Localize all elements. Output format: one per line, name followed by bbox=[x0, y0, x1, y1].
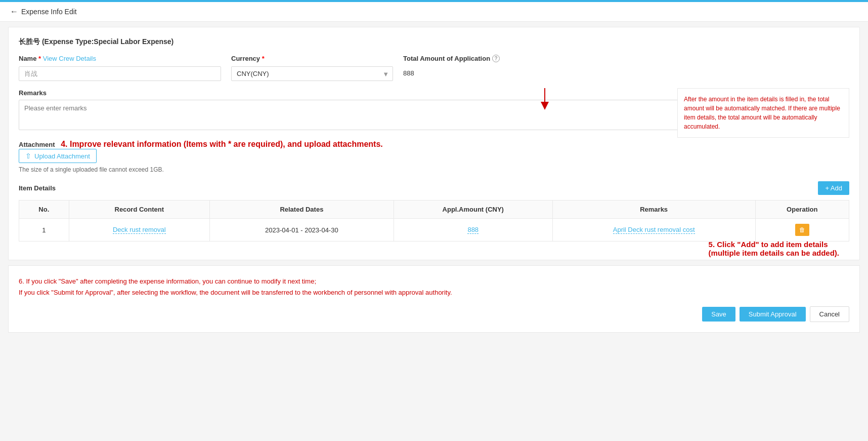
cell-record-content[interactable]: Deck rust removal bbox=[69, 219, 209, 242]
amount-field: Total Amount of Application ? 888 bbox=[403, 55, 849, 80]
remarks-section: Remarks bbox=[19, 89, 849, 132]
view-crew-link[interactable]: View Crew Details bbox=[43, 55, 96, 62]
table-header-row: No. Record Content Related Dates Appl.Am… bbox=[19, 201, 849, 219]
name-field: Name * View Crew Details bbox=[19, 55, 221, 81]
cell-related-dates: 2023-04-01 - 2023-04-30 bbox=[209, 219, 394, 242]
vessel-name: 长胜号 bbox=[19, 37, 40, 46]
cell-no: 1 bbox=[19, 219, 69, 242]
submit-approval-button[interactable]: Submit Approval bbox=[740, 307, 806, 322]
cell-remarks[interactable]: April Deck rust removal cost bbox=[552, 219, 755, 242]
cell-amount: 888 bbox=[394, 219, 552, 242]
name-label: Name * View Crew Details bbox=[19, 55, 221, 62]
form-row-1: Name * View Crew Details Currency * CNY(… bbox=[19, 55, 849, 81]
cancel-button[interactable]: Cancel bbox=[810, 306, 849, 322]
annotation-4-text: 4. Improve relevant information (Items w… bbox=[61, 140, 383, 148]
currency-field: Currency * CNY(CNY) ▼ bbox=[231, 55, 393, 81]
back-button[interactable]: ← Expense Info Edit bbox=[10, 7, 77, 16]
vessel-title: 长胜号 (Expense Type:Special Labor Expense) bbox=[19, 37, 849, 47]
table-row: 1 Deck rust removal 2023-04-01 - 2023-04… bbox=[19, 219, 849, 242]
bottom-section: 6. If you click "Save" after completing … bbox=[8, 265, 860, 333]
page-header: ← Expense Info Edit bbox=[0, 2, 868, 22]
annotation-6: 6. If you click "Save" after completing … bbox=[19, 276, 849, 298]
currency-select[interactable]: CNY(CNY) bbox=[231, 66, 393, 81]
col-amount: Appl.Amount (CNY) bbox=[394, 201, 552, 219]
item-details-table: No. Record Content Related Dates Appl.Am… bbox=[19, 200, 849, 242]
name-input[interactable] bbox=[19, 66, 221, 81]
add-item-button[interactable]: + Add bbox=[818, 181, 849, 195]
col-related-dates: Related Dates bbox=[209, 201, 394, 219]
main-form: 长胜号 (Expense Type:Special Labor Expense)… bbox=[8, 27, 860, 260]
currency-label: Currency * bbox=[231, 55, 393, 62]
remarks-textarea[interactable] bbox=[19, 100, 849, 130]
name-required: * bbox=[38, 55, 41, 62]
expense-type: (Expense Type:Special Labor Expense) bbox=[42, 37, 173, 46]
help-icon[interactable]: ? bbox=[492, 55, 500, 62]
annotation-5: 5. Click "Add" to add item details (mult… bbox=[709, 240, 839, 257]
bottom-actions: Save Submit Approval Cancel bbox=[19, 306, 849, 322]
upload-attachment-button[interactable]: ⇧ Upload Attachment bbox=[19, 149, 97, 163]
upload-icon: ⇧ bbox=[25, 152, 31, 160]
col-remarks: Remarks bbox=[552, 201, 755, 219]
attachment-section: Attachment 4. Improve relevant informati… bbox=[19, 140, 849, 173]
item-details-header: Item Details + Add bbox=[19, 181, 849, 195]
page-title: Expense Info Edit bbox=[21, 8, 77, 16]
save-button[interactable]: Save bbox=[702, 307, 735, 322]
file-size-note: The size of a single uploaded file canno… bbox=[19, 166, 849, 173]
annotation-5-line2: (multiple item details can be added). bbox=[709, 249, 839, 257]
item-details-label: Item Details bbox=[19, 184, 56, 192]
attachment-label: Attachment bbox=[19, 141, 55, 148]
total-amount-value: 888 bbox=[403, 66, 849, 80]
annotation-6-line2: If you click "Submit for Approval", afte… bbox=[19, 287, 849, 298]
remarks-label: Remarks bbox=[19, 89, 849, 97]
annotation-6-line1: 6. If you click "Save" after completing … bbox=[19, 276, 849, 287]
currency-select-wrapper: CNY(CNY) ▼ bbox=[231, 66, 393, 81]
col-operation: Operation bbox=[755, 201, 849, 219]
col-record-content: Record Content bbox=[69, 201, 209, 219]
item-details-section: Item Details + Add 5. Click "Add" to add… bbox=[19, 181, 849, 242]
back-arrow-icon: ← bbox=[10, 7, 18, 16]
col-no: No. bbox=[19, 201, 69, 219]
total-amount-label: Total Amount of Application ? bbox=[403, 55, 849, 62]
cell-operation: 🗑 bbox=[755, 219, 849, 242]
delete-row-button[interactable]: 🗑 bbox=[795, 224, 809, 236]
